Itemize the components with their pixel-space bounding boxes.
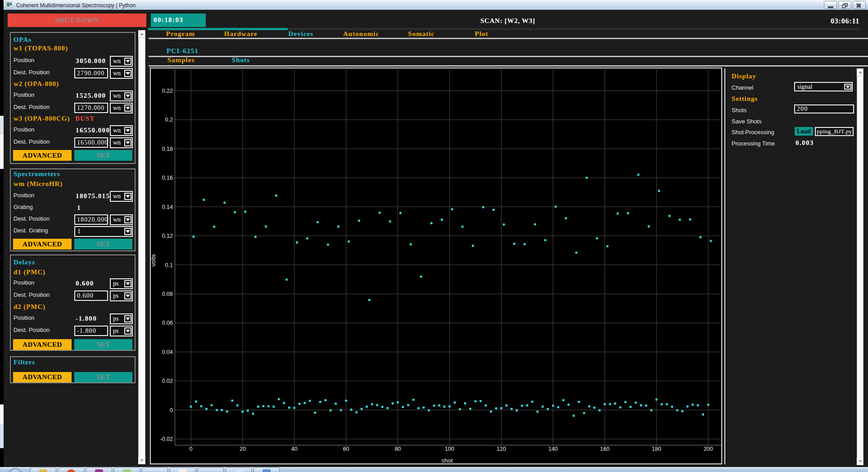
svg-text:0.16: 0.16 <box>162 175 173 181</box>
svg-text:80: 80 <box>395 446 401 452</box>
svg-text:0: 0 <box>170 407 173 413</box>
svg-text:40: 40 <box>291 446 298 452</box>
svg-text:0.12: 0.12 <box>162 233 173 239</box>
svg-text:140: 140 <box>548 446 558 452</box>
svg-text:shot: shot <box>441 457 453 464</box>
svg-text:0.22: 0.22 <box>162 88 173 94</box>
svg-text:0: 0 <box>190 446 193 452</box>
svg-text:0.14: 0.14 <box>162 204 173 210</box>
svg-text:volts: volts <box>150 254 157 267</box>
svg-text:100: 100 <box>445 446 454 452</box>
svg-text:0.02: 0.02 <box>162 378 173 384</box>
svg-text:160: 160 <box>600 446 610 452</box>
svg-text:60: 60 <box>343 446 349 452</box>
svg-text:180: 180 <box>652 446 661 452</box>
svg-text:0.2: 0.2 <box>165 117 173 123</box>
svg-text:20: 20 <box>240 446 246 452</box>
svg-text:-0.02: -0.02 <box>160 436 173 442</box>
svg-text:0.04: 0.04 <box>162 349 173 355</box>
svg-text:200: 200 <box>704 446 713 452</box>
svg-text:0.1: 0.1 <box>165 262 173 268</box>
svg-text:0.06: 0.06 <box>162 320 173 326</box>
svg-text:0.08: 0.08 <box>162 291 173 297</box>
svg-text:0.18: 0.18 <box>162 146 173 152</box>
svg-text:120: 120 <box>497 446 506 452</box>
